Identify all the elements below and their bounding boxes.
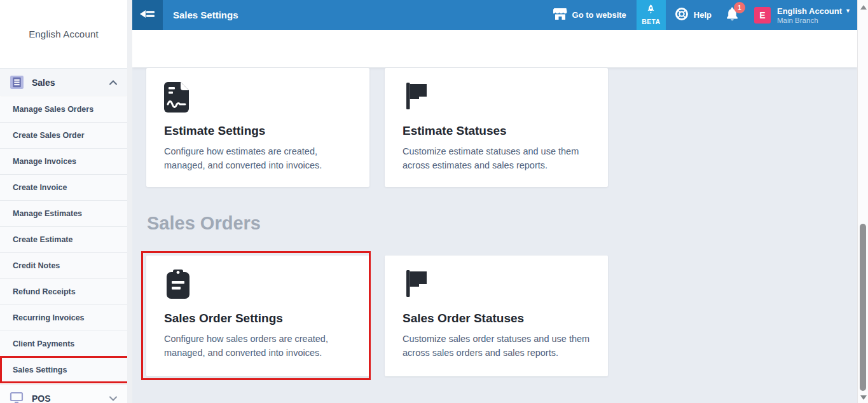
card-estimate-settings[interactable]: Estimate Settings Configure how estimate…	[146, 68, 369, 187]
page-scrollbar	[857, 0, 868, 403]
store-icon	[553, 8, 567, 22]
sidebar-item-create-invoice[interactable]: Create Invoice	[0, 175, 127, 201]
notifications-button[interactable]: 1	[726, 6, 739, 24]
sidebar-item-label: Credit Notes	[13, 261, 60, 270]
account-name: English Account	[777, 6, 842, 16]
beta-badge[interactable]: BETA	[637, 0, 666, 30]
section-title: Sales Orders	[147, 213, 261, 234]
sidebar-section-label: Sales	[32, 78, 55, 88]
sidebar-item-create-sales-order[interactable]: Create Sales Order	[0, 123, 127, 149]
sidebar-item-label: Client Payments	[13, 339, 74, 348]
flag-icon	[403, 81, 590, 114]
sidebar-items: Manage Sales OrdersCreate Sales OrderMan…	[0, 97, 127, 383]
sidebar-section-sales[interactable]: Sales	[0, 68, 127, 96]
main-content: Estimate Settings Configure how estimate…	[132, 30, 857, 403]
sidebar-item-label: Create Estimate	[13, 235, 73, 244]
scroll-down-arrow[interactable]	[860, 395, 867, 400]
card-description: Configure how estimates are created, man…	[164, 144, 352, 172]
sidebar-item-create-estimate[interactable]: Create Estimate	[0, 227, 127, 253]
card-title: Sales Order Statuses	[403, 311, 590, 325]
flag-icon	[403, 269, 590, 302]
go-to-website-button[interactable]: Go to website	[553, 8, 626, 22]
card-sales-order-statuses[interactable]: Sales Order Statuses Customize sales ord…	[385, 256, 608, 376]
notification-count-badge: 1	[734, 2, 745, 13]
sidebar-item-label: Create Invoice	[13, 183, 67, 192]
sidebar: English Account Sales Manage Sales Order…	[0, 0, 132, 403]
help-button[interactable]: Help	[675, 7, 712, 23]
card-title: Estimate Settings	[164, 124, 352, 138]
sidebar-item-label: Manage Invoices	[13, 157, 76, 166]
sidebar-item-recurring-invoices[interactable]: Recurring Invoices	[0, 305, 127, 331]
help-label: Help	[694, 10, 712, 20]
chevron-down-icon	[109, 396, 117, 401]
collapse-menu-button[interactable]	[132, 0, 163, 30]
card-description: Customize estimate statuses and use them…	[403, 144, 590, 172]
sidebar-item-label: Manage Sales Orders	[13, 105, 93, 114]
go-to-website-label: Go to website	[572, 10, 626, 20]
monitor-icon	[9, 391, 24, 403]
topbar: Sales Settings Go to website BETA Help 1	[132, 0, 857, 30]
sidebar-item-sales-settings[interactable]: Sales Settings	[0, 357, 127, 383]
sidebar-item-label: Sales Settings	[13, 365, 67, 374]
account-menu[interactable]: English Account ▼ Main Branch	[777, 6, 851, 24]
sidebar-item-manage-sales-orders[interactable]: Manage Sales Orders	[0, 97, 127, 123]
receipt-icon	[9, 75, 24, 90]
scrollbar-thumb[interactable]	[860, 224, 866, 391]
previous-section-band	[132, 30, 857, 67]
rocket-icon	[647, 4, 655, 17]
beta-label: BETA	[642, 18, 660, 25]
sidebar-item-manage-estimates[interactable]: Manage Estimates	[0, 201, 127, 227]
sidebar-item-credit-notes[interactable]: Credit Notes	[0, 253, 127, 279]
card-description: Configure how sales orders are created, …	[164, 332, 352, 360]
topbar-actions: Go to website BETA Help 1 E English Acco…	[553, 0, 857, 30]
sidebar-scrollbar[interactable]	[127, 0, 132, 403]
avatar[interactable]: E	[754, 7, 771, 24]
account-branch: Main Branch	[777, 17, 851, 24]
sidebar-item-label: Create Sales Order	[13, 131, 85, 140]
card-sales-order-settings[interactable]: Sales Order Settings Configure how sales…	[146, 256, 369, 376]
clipboard-icon	[164, 269, 352, 302]
help-icon	[675, 7, 689, 23]
card-description: Customize sales order statuses and use t…	[403, 332, 590, 360]
collapse-menu-icon	[139, 8, 156, 23]
sidebar-item-client-payments[interactable]: Client Payments	[0, 331, 127, 357]
scroll-up-arrow[interactable]	[860, 5, 867, 10]
chevron-up-icon	[109, 80, 117, 85]
file-invoice-icon	[164, 81, 352, 114]
sidebar-item-label: Manage Estimates	[13, 209, 82, 218]
sidebar-item-label: Recurring Invoices	[13, 313, 85, 322]
sidebar-section-pos[interactable]: POS	[0, 384, 127, 403]
sidebar-item-label: Refund Receipts	[13, 287, 76, 296]
sidebar-item-manage-invoices[interactable]: Manage Invoices	[0, 149, 127, 175]
sidebar-section-label: POS	[32, 393, 51, 403]
card-estimate-statuses[interactable]: Estimate Statuses Customize estimate sta…	[385, 68, 608, 187]
sidebar-account-logo: English Account	[0, 0, 127, 68]
sidebar-item-refund-receipts[interactable]: Refund Receipts	[0, 279, 127, 305]
sidebar-account-name: English Account	[29, 29, 99, 39]
caret-down-icon: ▼	[845, 8, 851, 14]
page-title: Sales Settings	[173, 0, 238, 30]
card-title: Sales Order Settings	[164, 311, 352, 325]
card-title: Estimate Statuses	[403, 124, 590, 138]
